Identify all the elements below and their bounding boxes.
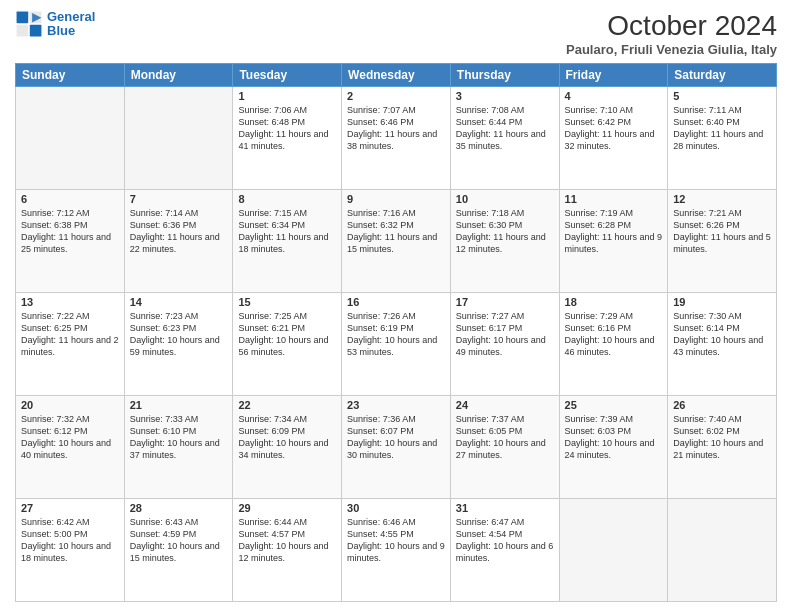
day-number-30: 30 — [347, 502, 445, 514]
day-number-29: 29 — [238, 502, 336, 514]
day-info-4: Sunrise: 7:10 AM Sunset: 6:42 PM Dayligh… — [565, 104, 663, 153]
calendar-cell-w2-d1: 6Sunrise: 7:12 AM Sunset: 6:38 PM Daylig… — [16, 190, 125, 293]
calendar-week-2: 6Sunrise: 7:12 AM Sunset: 6:38 PM Daylig… — [16, 190, 777, 293]
day-info-30: Sunrise: 6:46 AM Sunset: 4:55 PM Dayligh… — [347, 516, 445, 565]
day-number-8: 8 — [238, 193, 336, 205]
logo-general: General — [47, 9, 95, 24]
calendar-cell-w1-d2 — [124, 87, 233, 190]
svg-rect-0 — [17, 12, 29, 24]
day-info-29: Sunrise: 6:44 AM Sunset: 4:57 PM Dayligh… — [238, 516, 336, 565]
day-info-18: Sunrise: 7:29 AM Sunset: 6:16 PM Dayligh… — [565, 310, 663, 359]
day-info-9: Sunrise: 7:16 AM Sunset: 6:32 PM Dayligh… — [347, 207, 445, 256]
day-number-5: 5 — [673, 90, 771, 102]
calendar-cell-w5-d1: 27Sunrise: 6:42 AM Sunset: 5:00 PM Dayli… — [16, 499, 125, 602]
col-monday: Monday — [124, 64, 233, 87]
day-number-4: 4 — [565, 90, 663, 102]
day-number-3: 3 — [456, 90, 554, 102]
day-info-26: Sunrise: 7:40 AM Sunset: 6:02 PM Dayligh… — [673, 413, 771, 462]
col-friday: Friday — [559, 64, 668, 87]
day-number-25: 25 — [565, 399, 663, 411]
day-number-6: 6 — [21, 193, 119, 205]
title-block: October 2024 Paularo, Friuli Venezia Giu… — [566, 10, 777, 57]
day-number-18: 18 — [565, 296, 663, 308]
calendar-cell-w2-d4: 9Sunrise: 7:16 AM Sunset: 6:32 PM Daylig… — [342, 190, 451, 293]
calendar-cell-w2-d7: 12Sunrise: 7:21 AM Sunset: 6:26 PM Dayli… — [668, 190, 777, 293]
day-info-1: Sunrise: 7:06 AM Sunset: 6:48 PM Dayligh… — [238, 104, 336, 153]
svg-rect-3 — [30, 25, 42, 37]
calendar-cell-w3-d1: 13Sunrise: 7:22 AM Sunset: 6:25 PM Dayli… — [16, 293, 125, 396]
day-info-19: Sunrise: 7:30 AM Sunset: 6:14 PM Dayligh… — [673, 310, 771, 359]
day-info-6: Sunrise: 7:12 AM Sunset: 6:38 PM Dayligh… — [21, 207, 119, 256]
page: General Blue October 2024 Paularo, Friul… — [0, 0, 792, 612]
calendar-cell-w4-d1: 20Sunrise: 7:32 AM Sunset: 6:12 PM Dayli… — [16, 396, 125, 499]
calendar-header-row: Sunday Monday Tuesday Wednesday Thursday… — [16, 64, 777, 87]
calendar-body: 1Sunrise: 7:06 AM Sunset: 6:48 PM Daylig… — [16, 87, 777, 602]
subtitle: Paularo, Friuli Venezia Giulia, Italy — [566, 42, 777, 57]
day-info-27: Sunrise: 6:42 AM Sunset: 5:00 PM Dayligh… — [21, 516, 119, 565]
calendar-cell-w5-d3: 29Sunrise: 6:44 AM Sunset: 4:57 PM Dayli… — [233, 499, 342, 602]
day-info-2: Sunrise: 7:07 AM Sunset: 6:46 PM Dayligh… — [347, 104, 445, 153]
day-info-20: Sunrise: 7:32 AM Sunset: 6:12 PM Dayligh… — [21, 413, 119, 462]
calendar-cell-w4-d6: 25Sunrise: 7:39 AM Sunset: 6:03 PM Dayli… — [559, 396, 668, 499]
day-info-5: Sunrise: 7:11 AM Sunset: 6:40 PM Dayligh… — [673, 104, 771, 153]
calendar-cell-w2-d2: 7Sunrise: 7:14 AM Sunset: 6:36 PM Daylig… — [124, 190, 233, 293]
calendar-table: Sunday Monday Tuesday Wednesday Thursday… — [15, 63, 777, 602]
calendar-week-1: 1Sunrise: 7:06 AM Sunset: 6:48 PM Daylig… — [16, 87, 777, 190]
calendar-cell-w1-d6: 4Sunrise: 7:10 AM Sunset: 6:42 PM Daylig… — [559, 87, 668, 190]
day-number-1: 1 — [238, 90, 336, 102]
day-number-28: 28 — [130, 502, 228, 514]
day-info-11: Sunrise: 7:19 AM Sunset: 6:28 PM Dayligh… — [565, 207, 663, 256]
day-number-19: 19 — [673, 296, 771, 308]
calendar-cell-w1-d3: 1Sunrise: 7:06 AM Sunset: 6:48 PM Daylig… — [233, 87, 342, 190]
calendar-cell-w1-d4: 2Sunrise: 7:07 AM Sunset: 6:46 PM Daylig… — [342, 87, 451, 190]
main-title: October 2024 — [566, 10, 777, 42]
day-info-14: Sunrise: 7:23 AM Sunset: 6:23 PM Dayligh… — [130, 310, 228, 359]
day-number-24: 24 — [456, 399, 554, 411]
day-info-28: Sunrise: 6:43 AM Sunset: 4:59 PM Dayligh… — [130, 516, 228, 565]
calendar-cell-w4-d3: 22Sunrise: 7:34 AM Sunset: 6:09 PM Dayli… — [233, 396, 342, 499]
calendar-cell-w3-d6: 18Sunrise: 7:29 AM Sunset: 6:16 PM Dayli… — [559, 293, 668, 396]
day-info-24: Sunrise: 7:37 AM Sunset: 6:05 PM Dayligh… — [456, 413, 554, 462]
day-info-3: Sunrise: 7:08 AM Sunset: 6:44 PM Dayligh… — [456, 104, 554, 153]
calendar-cell-w4-d5: 24Sunrise: 7:37 AM Sunset: 6:05 PM Dayli… — [450, 396, 559, 499]
day-info-10: Sunrise: 7:18 AM Sunset: 6:30 PM Dayligh… — [456, 207, 554, 256]
day-number-20: 20 — [21, 399, 119, 411]
day-info-13: Sunrise: 7:22 AM Sunset: 6:25 PM Dayligh… — [21, 310, 119, 359]
day-info-21: Sunrise: 7:33 AM Sunset: 6:10 PM Dayligh… — [130, 413, 228, 462]
day-info-17: Sunrise: 7:27 AM Sunset: 6:17 PM Dayligh… — [456, 310, 554, 359]
calendar-cell-w4-d2: 21Sunrise: 7:33 AM Sunset: 6:10 PM Dayli… — [124, 396, 233, 499]
header: General Blue October 2024 Paularo, Friul… — [15, 10, 777, 57]
calendar-cell-w2-d3: 8Sunrise: 7:15 AM Sunset: 6:34 PM Daylig… — [233, 190, 342, 293]
day-info-23: Sunrise: 7:36 AM Sunset: 6:07 PM Dayligh… — [347, 413, 445, 462]
calendar-cell-w3-d5: 17Sunrise: 7:27 AM Sunset: 6:17 PM Dayli… — [450, 293, 559, 396]
col-sunday: Sunday — [16, 64, 125, 87]
calendar-cell-w3-d4: 16Sunrise: 7:26 AM Sunset: 6:19 PM Dayli… — [342, 293, 451, 396]
calendar-cell-w4-d4: 23Sunrise: 7:36 AM Sunset: 6:07 PM Dayli… — [342, 396, 451, 499]
day-info-12: Sunrise: 7:21 AM Sunset: 6:26 PM Dayligh… — [673, 207, 771, 256]
day-info-25: Sunrise: 7:39 AM Sunset: 6:03 PM Dayligh… — [565, 413, 663, 462]
calendar-cell-w4-d7: 26Sunrise: 7:40 AM Sunset: 6:02 PM Dayli… — [668, 396, 777, 499]
calendar-cell-w5-d6 — [559, 499, 668, 602]
calendar-cell-w5-d2: 28Sunrise: 6:43 AM Sunset: 4:59 PM Dayli… — [124, 499, 233, 602]
logo-icon — [15, 10, 43, 38]
logo: General Blue — [15, 10, 95, 39]
svg-rect-2 — [17, 25, 29, 37]
day-number-23: 23 — [347, 399, 445, 411]
day-info-7: Sunrise: 7:14 AM Sunset: 6:36 PM Dayligh… — [130, 207, 228, 256]
day-info-16: Sunrise: 7:26 AM Sunset: 6:19 PM Dayligh… — [347, 310, 445, 359]
logo-blue: Blue — [47, 23, 75, 38]
day-number-12: 12 — [673, 193, 771, 205]
day-number-14: 14 — [130, 296, 228, 308]
day-number-13: 13 — [21, 296, 119, 308]
day-number-11: 11 — [565, 193, 663, 205]
day-number-22: 22 — [238, 399, 336, 411]
day-number-7: 7 — [130, 193, 228, 205]
calendar-week-4: 20Sunrise: 7:32 AM Sunset: 6:12 PM Dayli… — [16, 396, 777, 499]
col-thursday: Thursday — [450, 64, 559, 87]
col-tuesday: Tuesday — [233, 64, 342, 87]
calendar-cell-w1-d1 — [16, 87, 125, 190]
day-info-22: Sunrise: 7:34 AM Sunset: 6:09 PM Dayligh… — [238, 413, 336, 462]
day-number-2: 2 — [347, 90, 445, 102]
calendar-week-3: 13Sunrise: 7:22 AM Sunset: 6:25 PM Dayli… — [16, 293, 777, 396]
calendar-cell-w3-d7: 19Sunrise: 7:30 AM Sunset: 6:14 PM Dayli… — [668, 293, 777, 396]
